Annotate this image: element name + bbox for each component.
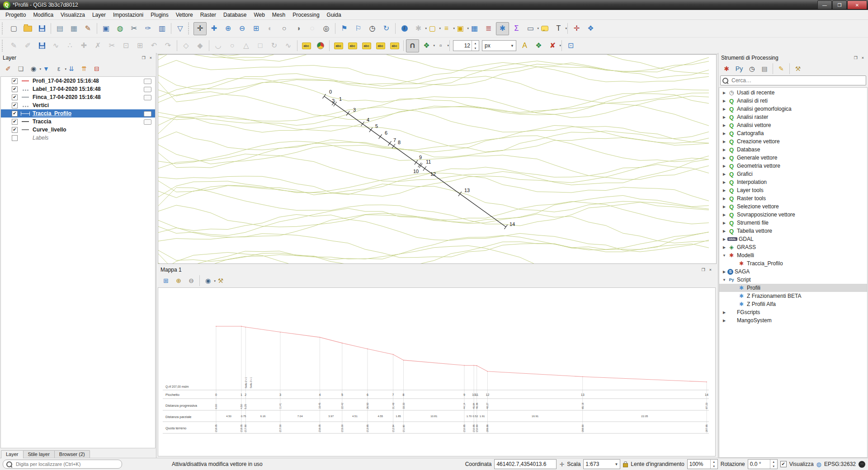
expander-arrow-icon[interactable]: ▶ (721, 197, 727, 201)
history-button[interactable]: ◷ (746, 63, 758, 75)
scale-combo[interactable]: 1:673 ▼ (583, 459, 620, 469)
tree-item-interpolation[interactable]: ▶QInterpolation (719, 178, 867, 186)
deselect-features-button[interactable]: ▣▾ (454, 22, 467, 35)
profile-chart-canvas[interactable]: Q.rif 207,00 mslmPicchettoDistanza progr… (158, 287, 716, 456)
open-attribute-table-button[interactable]: ▦ (468, 22, 481, 35)
zoom-native-button[interactable]: ◎ (320, 22, 333, 35)
open-project-button[interactable] (21, 22, 34, 35)
statistics-abacus-button[interactable]: ≣ (482, 22, 495, 35)
tree-item-analisi-di-reti[interactable]: ▶QAnalisi di reti (719, 97, 867, 105)
tab-layer[interactable]: Layer (1, 450, 24, 458)
enable-tracing-button[interactable]: ❖▾ (420, 39, 433, 52)
expander-arrow-icon[interactable]: ▶ (721, 270, 727, 274)
advanced-digitizing-dropdown-arrow[interactable]: ▾ (447, 44, 449, 47)
layer-checkbox[interactable] (12, 135, 18, 141)
tree-item-z-profili-alfa[interactable]: ✱Z Profili Alfa (719, 300, 867, 308)
change-label-properties-button[interactable] (388, 39, 401, 52)
snapping-cross-button[interactable]: ✛ (570, 22, 583, 35)
toolbar-handle[interactable] (2, 23, 5, 34)
select-features-button[interactable]: ▢▾ (426, 22, 439, 35)
crs-globe-icon[interactable]: ◍ (816, 461, 821, 468)
label-text-color-button[interactable]: A (518, 39, 531, 52)
chart-zoom-out-button[interactable]: ⊖ (185, 275, 197, 287)
menu-vettore[interactable]: Vettore (172, 11, 197, 19)
expander-arrow-icon[interactable]: ▶ (721, 99, 727, 103)
collapse-all-button[interactable]: ⇈ (78, 63, 90, 75)
locator-box[interactable] (3, 460, 122, 469)
tree-item-generale-vettore[interactable]: ▶QGenerale vettore (719, 154, 867, 162)
tree-item-z-frazionamenti-beta[interactable]: ✱Z Frazionamenti BETA (719, 292, 867, 300)
layer-item-label-17-04-2020-15-16-48[interactable]: ✔Label_17-04-2020 15:16:48 (1, 85, 155, 93)
lock-scale-icon[interactable] (623, 463, 628, 467)
style-manager-button[interactable]: ✎ (81, 22, 94, 35)
expander-arrow-icon[interactable]: ▶ (721, 140, 727, 144)
toolbar-handle[interactable] (2, 40, 5, 52)
layer-item-traccia[interactable]: ✔Traccia (1, 118, 155, 126)
menu-impostazioni[interactable]: Impostazioni (109, 11, 147, 19)
expander-arrow-icon[interactable]: ▶ (721, 132, 727, 136)
layer-item-profi-17-04-2020-15-16-48[interactable]: ✔Profi_17-04-2020 15:16:48 (1, 77, 155, 85)
style-comb-button[interactable]: ▥ (156, 22, 169, 35)
menu-guida[interactable]: Guida (323, 11, 345, 19)
refresh-map-button[interactable]: ↻ (380, 22, 393, 35)
tab-browser-2[interactable]: Browser (2) (54, 450, 90, 458)
tree-item-analisi-geomorfologica[interactable]: ▶QAnalisi geomorfologica (719, 105, 867, 113)
tree-item-geometria-vettore[interactable]: ▶QGeometria vettore (719, 162, 867, 170)
menu-mesh[interactable]: Mesh (269, 11, 289, 19)
chart-visibility-eye-button[interactable]: ◉▾ (202, 275, 214, 287)
advanced-digitizing-button[interactable]: ▫▾ (434, 39, 447, 52)
panel-close-button[interactable]: × (860, 55, 865, 61)
map-tips-button[interactable] (538, 22, 551, 35)
expander-arrow-icon[interactable]: ▶ (721, 123, 727, 127)
tree-item-selezione-vettore[interactable]: ▶QSelezione vettore (719, 202, 867, 211)
expander-arrow-icon[interactable]: ▶ (721, 188, 727, 193)
locator-input[interactable] (15, 461, 118, 467)
processing-search-input[interactable] (731, 77, 864, 84)
layer-indicator-icon[interactable] (144, 111, 151, 117)
digitize-shape-button[interactable]: ▽ (174, 22, 187, 35)
menu-database[interactable]: Database (220, 11, 250, 19)
statistical-summary-button[interactable]: Σ (510, 22, 523, 35)
menu-plugins[interactable]: Plugins (147, 11, 172, 19)
layer-checkbox[interactable]: ✔ (12, 94, 18, 100)
rotation-spin[interactable]: 0.0 ° ▲▼ (748, 459, 778, 469)
tree-item-analisi-vettore[interactable]: ▶QAnalisi vettore (719, 121, 867, 129)
text-annotation-dropdown-arrow[interactable]: ▾ (565, 27, 567, 30)
measure-line-button[interactable]: ▭▾ (524, 22, 537, 35)
layer-checkbox[interactable]: ✔ (12, 119, 18, 125)
expander-arrow-icon[interactable]: ▶ (721, 156, 727, 160)
text-annotation-button[interactable]: T▾ (552, 22, 565, 35)
layer-indicator-icon[interactable] (144, 79, 151, 84)
layer-checkbox[interactable]: ✔ (12, 111, 18, 117)
filter-by-expression-button[interactable]: ε▾ (53, 63, 65, 75)
messages-icon[interactable]: ⋯ (859, 461, 865, 468)
render-checkbox[interactable]: ✔ (780, 461, 787, 467)
clear-label-overrides-button[interactable]: ✘▾ (546, 39, 559, 52)
expander-arrow-icon[interactable]: ▶ (721, 107, 727, 111)
layer-item-vertici[interactable]: ✔Vertici (1, 101, 155, 109)
spinner-arrows[interactable]: ▲▼ (770, 460, 777, 469)
layer-indicator-icon[interactable] (144, 95, 151, 100)
vertex-marker-button[interactable]: ❖ (532, 39, 545, 52)
tree-item-database[interactable]: ▶QDatabase (719, 146, 867, 154)
expander-arrow-icon[interactable]: ▼ (721, 254, 727, 258)
maximize-button[interactable]: ❐ (832, 0, 847, 9)
temporal-controller-button[interactable]: ◷ (366, 22, 379, 35)
tree-item-raster-tools[interactable]: ▶QRaster tools (719, 194, 867, 202)
tree-item-cartografia[interactable]: ▶QCartografia (719, 129, 867, 137)
expander-arrow-icon[interactable]: ▶ (721, 310, 727, 315)
layer-indicator-icon[interactable] (144, 87, 151, 92)
toolbar-handle[interactable] (188, 23, 191, 34)
tree-item-layer-tools[interactable]: ▶QLayer tools (719, 186, 867, 194)
pan-map-button[interactable]: ✛ (193, 22, 207, 35)
panel-float-button[interactable]: ❐ (141, 55, 147, 61)
layer-labeling-button[interactable] (300, 39, 313, 52)
expander-arrow-icon[interactable]: ▶ (721, 213, 727, 217)
snapping-magnet-button[interactable] (406, 39, 419, 52)
edit-features-in-place-button[interactable]: ✎ (775, 63, 787, 75)
layer-checkbox[interactable]: ✔ (12, 103, 18, 108)
label-font-unit-combo[interactable]: px▼ (482, 40, 516, 51)
expander-arrow-icon[interactable]: ▶ (721, 229, 727, 233)
metasearch-button[interactable]: ❖ (584, 22, 597, 35)
zoom-out-button[interactable]: ⊖ (236, 22, 249, 35)
